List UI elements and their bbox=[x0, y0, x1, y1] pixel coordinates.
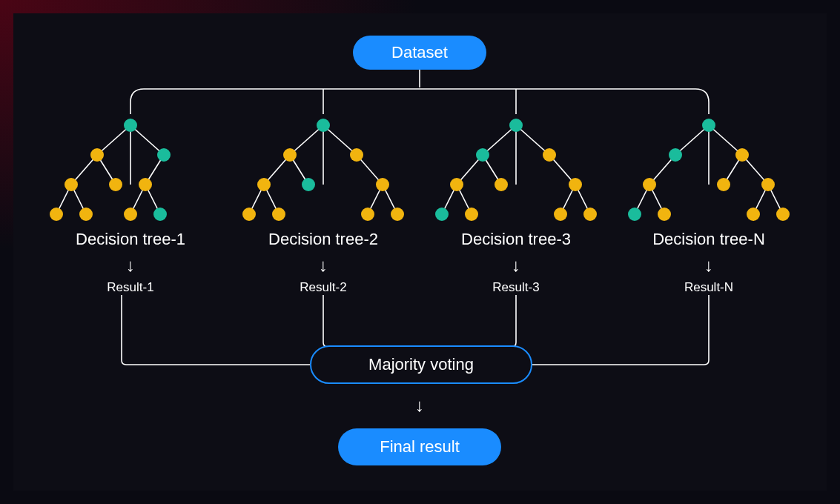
svg-point-81 bbox=[717, 178, 730, 191]
svg-point-39 bbox=[272, 208, 285, 221]
final-result-box: Final result bbox=[338, 428, 501, 465]
result-label: Result-1 bbox=[107, 280, 153, 295]
svg-line-45 bbox=[483, 125, 516, 155]
tree-label: Decision tree-N bbox=[652, 230, 765, 249]
svg-point-41 bbox=[350, 148, 363, 162]
svg-point-24 bbox=[153, 208, 167, 221]
result-label: Result-N bbox=[684, 280, 733, 295]
svg-point-19 bbox=[79, 208, 93, 221]
svg-point-15 bbox=[124, 119, 137, 132]
svg-point-83 bbox=[747, 208, 760, 221]
decision-tree-3 bbox=[427, 114, 605, 228]
svg-point-64 bbox=[583, 208, 597, 221]
svg-point-21 bbox=[157, 148, 171, 162]
dataset-label: Dataset bbox=[391, 43, 448, 62]
majority-voting-label: Majority voting bbox=[368, 355, 474, 374]
svg-point-55 bbox=[509, 119, 523, 132]
svg-point-40 bbox=[302, 178, 315, 191]
svg-line-6 bbox=[130, 125, 164, 155]
svg-line-65 bbox=[675, 125, 709, 155]
svg-point-77 bbox=[643, 178, 656, 191]
svg-line-46 bbox=[516, 125, 549, 155]
decision-tree-4 bbox=[620, 114, 798, 228]
connector-lines bbox=[13, 13, 827, 491]
svg-point-76 bbox=[669, 148, 682, 162]
svg-line-25 bbox=[290, 125, 323, 155]
svg-point-63 bbox=[554, 208, 567, 221]
svg-point-20 bbox=[109, 178, 122, 191]
svg-point-80 bbox=[735, 148, 749, 162]
svg-line-66 bbox=[709, 125, 742, 155]
dataset-box: Dataset bbox=[353, 36, 486, 70]
svg-point-56 bbox=[476, 148, 489, 162]
svg-point-35 bbox=[317, 119, 330, 132]
svg-point-38 bbox=[242, 208, 256, 221]
svg-point-61 bbox=[543, 148, 556, 162]
tree-label: Decision tree-2 bbox=[268, 230, 378, 249]
arrow-down-icon: ↓ bbox=[415, 395, 424, 416]
svg-point-42 bbox=[376, 178, 389, 191]
majority-voting-box: Majority voting bbox=[310, 345, 532, 384]
diagram-frame: Dataset Decision tree-1↓Result-1Decision… bbox=[13, 13, 827, 491]
tree-label: Decision tree-3 bbox=[461, 230, 571, 249]
svg-point-84 bbox=[776, 208, 790, 221]
svg-point-60 bbox=[495, 178, 508, 191]
arrow-down-icon: ↓ bbox=[319, 255, 328, 276]
arrow-down-icon: ↓ bbox=[704, 255, 713, 276]
result-label: Result-2 bbox=[300, 280, 346, 295]
svg-point-78 bbox=[628, 208, 641, 221]
svg-point-22 bbox=[139, 178, 152, 191]
tree-label: Decision tree-1 bbox=[76, 230, 185, 249]
final-result-label: Final result bbox=[380, 437, 460, 457]
svg-point-75 bbox=[702, 119, 715, 132]
svg-point-16 bbox=[90, 148, 104, 162]
svg-line-5 bbox=[97, 125, 130, 155]
svg-point-57 bbox=[450, 178, 463, 191]
arrow-down-icon: ↓ bbox=[126, 255, 135, 276]
decision-tree-1 bbox=[42, 114, 219, 228]
result-label: Result-3 bbox=[492, 280, 539, 295]
svg-line-26 bbox=[323, 125, 357, 155]
svg-point-17 bbox=[65, 178, 78, 191]
svg-point-62 bbox=[569, 178, 582, 191]
svg-point-18 bbox=[50, 208, 63, 221]
arrow-down-icon: ↓ bbox=[512, 255, 520, 276]
svg-point-82 bbox=[761, 178, 775, 191]
svg-point-23 bbox=[124, 208, 137, 221]
svg-point-59 bbox=[465, 208, 478, 221]
svg-point-79 bbox=[658, 208, 671, 221]
decision-tree-2 bbox=[234, 114, 412, 228]
svg-point-43 bbox=[361, 208, 374, 221]
svg-point-36 bbox=[283, 148, 297, 162]
svg-point-58 bbox=[435, 208, 449, 221]
svg-point-37 bbox=[257, 178, 271, 191]
svg-point-44 bbox=[391, 208, 404, 221]
